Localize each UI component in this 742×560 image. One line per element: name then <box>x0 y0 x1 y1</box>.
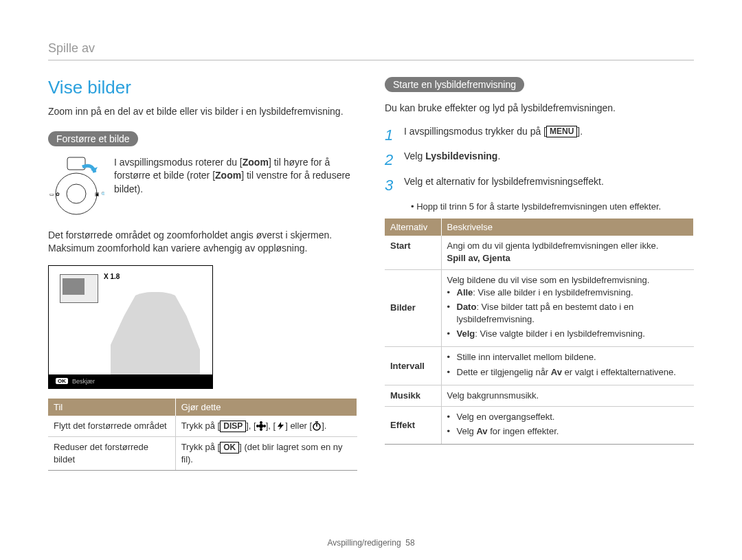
flower-icon <box>256 421 266 431</box>
text: I avspillingsmodus roterer du [ <box>114 157 243 168</box>
text: Velg <box>404 150 425 161</box>
svg-point-7 <box>260 421 262 424</box>
cell: Reduser det forstørrede bildet <box>48 436 175 470</box>
step-number: 1 <box>385 125 397 146</box>
table-row: Reduser det forstørrede bildet Trykk på … <box>48 436 357 470</box>
text: ] eller [ <box>285 421 312 431</box>
text: Velg et alternativ for lysbildefremvisni… <box>404 175 604 189</box>
svg-text:▣ 🔍: ▣ 🔍 <box>95 191 104 197</box>
table-row: Bilder Velg bildene du vil vise som en l… <box>385 269 694 347</box>
cell: Intervall <box>385 347 441 385</box>
table-row: Start Angi om du vil gjenta lydbildefrem… <box>385 236 694 269</box>
list-item: Dette er tilgjengelig når Av er valgt i … <box>447 366 688 379</box>
footer-page: 58 <box>405 538 414 548</box>
cell: Stille inn intervallet mellom bildene. D… <box>441 347 694 385</box>
flash-icon <box>276 421 285 431</box>
actions-table: Til Gjør dette Flytt det forstørrede omr… <box>48 399 357 471</box>
ok-key: OK <box>220 442 239 453</box>
cell: Velg bakgrunnsmusikk. <box>441 385 694 406</box>
list-item: Dato: Vise bilder tatt på en bestemt dat… <box>447 301 688 326</box>
th-gjor: Gjør dette <box>175 399 357 416</box>
th-beskrivelse: Beskrivelse <box>441 219 694 236</box>
section-pill-enlarge: Forstørre et bilde <box>48 131 138 146</box>
text: Angi om du vil gjenta lydbildefremvisnin… <box>447 240 659 251</box>
zoom-instruction: I avspillingsmodus roterer du [Zoom] til… <box>114 156 357 197</box>
list-item: Velg: Vise valgte bilder i en lysbildefr… <box>447 328 688 340</box>
text: ]. <box>577 126 583 137</box>
text: ], [ <box>246 421 256 431</box>
list-item: Velg Av for ingen effekter. <box>447 425 688 438</box>
left-column: Vise bilder Zoom inn på en del av et bil… <box>48 77 357 471</box>
table-row: Effekt Velg en overgangseffekt. Velg Av … <box>385 407 694 445</box>
options-table: Alternativ Beskrivelse Start Angi om du … <box>385 219 694 445</box>
cell: Angi om du vil gjenta lydbildefremvisnin… <box>441 236 694 269</box>
crop-label: Beskjær <box>72 378 95 385</box>
step-3: 3 Velg et alternativ for lysbildefremvis… <box>385 175 694 197</box>
text: Velg bildene du vil vise som en lysbilde… <box>447 275 650 285</box>
svg-text:▭ ✿: ▭ ✿ <box>49 192 60 197</box>
text: Trykk på [ <box>181 442 221 452</box>
zoom-dial-icon: ▭ ✿ ▣ 🔍 <box>48 156 104 218</box>
breadcrumb: Spille av <box>48 41 694 60</box>
page-title: Vise bilder <box>48 77 357 98</box>
ok-badge: OK <box>56 378 68 384</box>
list-item: Stille inn intervallet mellom bildene. <box>447 351 688 363</box>
cell: Musikk <box>385 385 441 406</box>
disp-key: DISP <box>220 421 246 432</box>
intro-text: Zoom inn på en del av et bilde eller vis… <box>48 105 357 119</box>
svg-rect-0 <box>67 157 85 170</box>
svg-marker-11 <box>278 422 284 430</box>
svg-point-8 <box>260 428 262 431</box>
text: . <box>497 150 500 161</box>
section-pill-slideshow: Starte en lysbildefremvisning <box>385 77 524 92</box>
keyword-zoom: Zoom <box>243 157 269 168</box>
cell: Effekt <box>385 407 441 445</box>
menu-key: MENU <box>546 126 577 137</box>
zoom-factor-label: X 1.8 <box>104 273 120 280</box>
text: ]. <box>322 421 326 431</box>
cell: Trykk på [DISP], [], [] eller []. <box>175 416 357 437</box>
cell: Start <box>385 236 441 269</box>
cell: Velg en overgangseffekt. Velg Av for ing… <box>441 407 694 445</box>
zoom-note: Det forstørrede området og zoomforholdet… <box>48 229 357 256</box>
options-bold: Spill av, Gjenta <box>447 253 510 263</box>
right-column: Starte en lysbildefremvisning Du kan bru… <box>385 77 694 471</box>
slideshow-intro: Du kan bruke effekter og lyd på lysbilde… <box>385 102 694 115</box>
step-number: 3 <box>385 175 397 197</box>
svg-point-2 <box>67 184 86 203</box>
step-1: 1 I avspillingsmodus trykker du på [MENU… <box>385 125 694 146</box>
cell: Bilder <box>385 269 441 347</box>
table-row: Musikk Velg bakgrunnsmusikk. <box>385 385 694 406</box>
svg-point-9 <box>256 425 259 427</box>
cell: Trykk på [OK] (det blir lagret som en ny… <box>175 436 357 470</box>
step-note: Hopp til trinn 5 for å starte lysbildefr… <box>411 201 694 213</box>
timer-icon <box>312 421 322 431</box>
keyword-zoom: Zoom <box>215 170 241 181</box>
footer-section: Avspilling/redigering <box>327 538 401 548</box>
cell: Velg bildene du vil vise som en lysbilde… <box>441 269 694 347</box>
page-footer: Avspilling/redigering 58 <box>0 538 742 548</box>
menu-option: Lysbildevisning <box>425 150 497 161</box>
text: Trykk på [ <box>181 421 221 431</box>
camera-preview: X 1.8 OK Beskjær <box>48 265 213 389</box>
text: I avspillingsmodus trykker du på [ <box>404 126 546 137</box>
text: ], [ <box>266 421 276 431</box>
list-item: Alle: Vise alle bilder i en lysbildefrem… <box>447 287 688 299</box>
table-row: Flytt det forstørrede området Trykk på [… <box>48 416 357 437</box>
step-number: 2 <box>385 150 397 171</box>
svg-point-6 <box>259 424 263 428</box>
table-row: Intervall Stille inn intervallet mellom … <box>385 347 694 385</box>
th-til: Til <box>48 399 175 416</box>
cell: Flytt det forstørrede området <box>48 416 175 437</box>
list-item: Velg en overgangseffekt. <box>447 411 688 423</box>
step-2: 2 Velg Lysbildevisning. <box>385 150 694 171</box>
th-alternativ: Alternativ <box>385 219 441 236</box>
